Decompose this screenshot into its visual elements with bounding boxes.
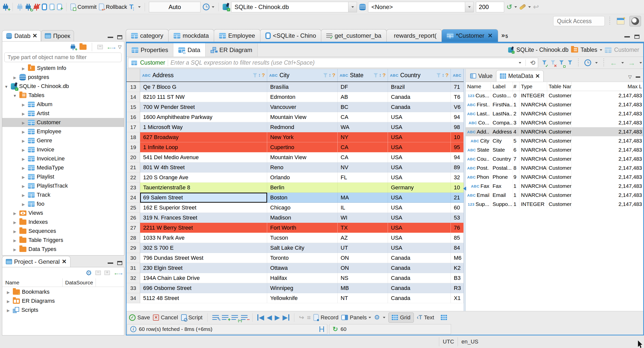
cell-address[interactable]: 796 Dundas Street West [140, 253, 267, 263]
commit-mode-button[interactable]: Auto [149, 2, 200, 12]
search-metadata-icon[interactable] [519, 4, 526, 10]
tab-overflow-button[interactable]: »5 [498, 31, 510, 42]
row-number[interactable]: 19 [127, 142, 140, 152]
project-item[interactable]: ER Diagrams [2, 296, 124, 306]
cell-country[interactable]: Canada [388, 253, 451, 263]
timezone-indicator[interactable]: UTC [439, 338, 458, 345]
metadata-row[interactable]: ABCState State 6 NVARCHAR Customer 2,147… [466, 145, 643, 154]
column-header-state[interactable]: ABC State ↕? [338, 69, 388, 81]
expander-icon[interactable] [12, 246, 17, 252]
grid-corner[interactable] [127, 69, 140, 81]
column-header-datasource[interactable]: DataSource [63, 278, 96, 287]
link-with-editor-icon[interactable]: ←→ [113, 269, 122, 276]
search-caret[interactable] [528, 6, 531, 8]
cell-address[interactable]: 194A Chain Lake Drive [140, 273, 267, 283]
cell-postal[interactable]: T6 [451, 92, 464, 102]
tree-item[interactable]: Album [2, 100, 124, 109]
cell-postal[interactable]: 98 [451, 122, 464, 132]
cell-country[interactable]: USA [388, 172, 451, 183]
history-dropdown-caret[interactable] [212, 6, 214, 8]
cell-postal[interactable]: 95 [451, 142, 464, 152]
apply-filter-icon[interactable]: ✓ [542, 60, 547, 66]
editor-tab[interactable]: mockdata ✕ [168, 29, 214, 42]
column-header-postal[interactable]: ABC [451, 69, 464, 81]
editor-tab[interactable]: rewards_report( ✕ [386, 29, 442, 42]
cell-city[interactable]: Cupertino [267, 142, 338, 152]
tree-item[interactable]: postgres [2, 73, 124, 82]
cell-country[interactable]: Canada [388, 293, 451, 303]
tab-projects[interactable]: Проек [41, 30, 74, 41]
breadcrumb-tables[interactable]: Tables [581, 47, 597, 53]
cell-address[interactable]: Qe 7 Bloco G [140, 82, 267, 92]
project-item[interactable]: Bookmarks [2, 287, 124, 296]
expander-icon[interactable] [21, 201, 26, 207]
expander-icon[interactable] [12, 74, 17, 80]
row-number[interactable]: 17 [127, 122, 140, 132]
script-button[interactable]: Script [181, 314, 203, 321]
auto-refresh-icon[interactable]: ↺ [506, 3, 512, 11]
gear-icon[interactable]: ⚙ [86, 269, 92, 277]
metadata-col-number[interactable]: # [513, 82, 519, 91]
expander-icon[interactable] [6, 307, 11, 313]
expander-icon[interactable] [21, 65, 26, 71]
save-button[interactable]: Save [129, 314, 150, 321]
cell-city[interactable]: Winnipeg [267, 283, 338, 293]
cell-postal[interactable]: 94 [451, 152, 464, 162]
cell-country[interactable]: USA [388, 132, 451, 142]
tree-item[interactable]: Views [2, 208, 124, 218]
cell-city[interactable]: Yellowknife [267, 293, 338, 303]
expander-icon[interactable] [21, 183, 26, 189]
column-header-address[interactable]: ABC Address ↕? [140, 69, 267, 81]
cell-country[interactable]: Canada [388, 92, 451, 102]
cell-address[interactable]: 162 E Superior Street [140, 203, 267, 213]
tab-database-navigator[interactable]: Datab ✕ [2, 30, 41, 41]
metadata-row[interactable]: ABCFax Fax 1 NVARCHAR Customer 2,147,483 [466, 182, 643, 191]
cell-city[interactable]: Toronto [267, 253, 338, 263]
column-sort-icon[interactable]: ↕ [258, 72, 261, 78]
expander-icon[interactable] [21, 101, 26, 107]
cell-country[interactable]: USA [388, 112, 451, 122]
fetch-previous-caret[interactable] [621, 62, 624, 64]
editor-tab[interactable]: *Customer ✕ [441, 29, 498, 42]
next-row-icon[interactable]: ▶ [275, 314, 279, 321]
metadata-col-type[interactable]: Type [519, 82, 547, 91]
metadata-row[interactable]: ABCAdd... Address 4 NVARCHAR Customer 2,… [466, 127, 643, 136]
row-number[interactable]: 26 [127, 213, 140, 223]
transaction-dropdown-caret[interactable] [138, 6, 141, 8]
tab-properties[interactable]: Properties [127, 43, 173, 57]
row-number[interactable]: 32 [127, 273, 140, 283]
cell-country[interactable]: USA [388, 233, 451, 243]
connect-icon[interactable] [17, 4, 23, 11]
tree-item[interactable]: Invoice [2, 145, 124, 154]
cell-country[interactable]: USA [388, 213, 451, 223]
cell-city[interactable]: Mountain View [267, 152, 338, 162]
expander-icon[interactable] [12, 92, 17, 98]
cell-state[interactable]: TX [338, 223, 388, 233]
cell-city[interactable]: Halifax [267, 273, 338, 283]
row-number[interactable]: 18 [127, 132, 140, 142]
row-number[interactable]: 30 [127, 253, 140, 263]
row-number[interactable]: 27 [127, 223, 140, 233]
new-connection-icon[interactable] [3, 4, 9, 11]
cell-address[interactable]: 801 W 4th Street [140, 162, 267, 172]
cell-country[interactable]: Brazil [388, 82, 451, 92]
cell-country[interactable]: Canada [388, 273, 451, 283]
collapse-all-icon[interactable] [97, 45, 103, 49]
row-number[interactable]: 16 [127, 112, 140, 122]
open-perspective-button[interactable] [615, 16, 626, 26]
cell-address[interactable]: Tauentzienstraße 8 [140, 183, 267, 193]
cell-city[interactable]: Madison [267, 213, 338, 223]
maximize-icon[interactable] [117, 35, 122, 39]
cell-address[interactable]: 1 Microsoft Way [140, 122, 267, 132]
sql-editor-icon[interactable] [42, 4, 47, 10]
cell-postal[interactable]: 60 [451, 203, 464, 213]
duplicate-row-icon[interactable] [231, 315, 238, 320]
tree-item[interactable]: Tables [2, 91, 124, 100]
cell-state[interactable]: MA [338, 193, 388, 203]
add-row-icon[interactable] [222, 315, 228, 320]
metadata-col-name[interactable]: Name [466, 82, 491, 91]
cell-state[interactable]: IL [338, 203, 388, 213]
switch-presentation-icon[interactable] [441, 315, 447, 320]
column-header-city[interactable]: ABC City ↕? [267, 69, 338, 81]
row-number[interactable]: 33 [127, 283, 140, 293]
